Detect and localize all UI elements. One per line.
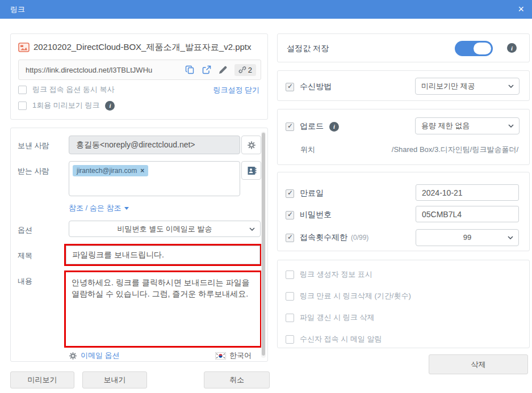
access-limit-select[interactable]: 99 <box>416 229 519 246</box>
creator-info-label: 링크 생성자 정보 표시 <box>300 269 372 280</box>
recipient-label: 받는 사람 <box>18 166 49 176</box>
save-settings-card: 설정값 저장 i <box>277 33 530 62</box>
receive-method-checkbox[interactable] <box>286 83 294 91</box>
korea-flag-icon <box>215 352 226 360</box>
address-book-icon <box>246 166 257 176</box>
edit-pencil-icon[interactable] <box>218 65 228 75</box>
email-options-link[interactable]: 이메일 옵션 <box>69 350 120 361</box>
body-label: 내용 <box>18 276 32 286</box>
info-icon[interactable]: i <box>507 43 517 53</box>
dialog-title: 링크 <box>10 5 25 15</box>
save-settings-label: 설정값 저장 <box>287 44 329 54</box>
info-icon[interactable]: i <box>105 101 115 111</box>
save-settings-toggle[interactable] <box>455 41 493 56</box>
sender-label: 보낸 사람 <box>18 141 49 151</box>
file-name: 20210202_DirectCloud-BOX_제품소개_발표자료_v2.pp… <box>33 42 252 53</box>
onetime-preview-label: 1회용 미리보기 링크 <box>32 100 99 111</box>
copy-options-row: 링크 접속 옵션 동시 복사 <box>18 84 114 95</box>
receive-method-select[interactable]: 미리보기만 제공 <box>415 78 520 95</box>
chain-link-icon <box>238 66 246 74</box>
creator-info-checkbox[interactable] <box>286 271 294 279</box>
access-limit-value: 99 <box>463 233 471 242</box>
upload-limit-select[interactable]: 용량 제한 없음 <box>415 117 520 134</box>
onetime-preview-row: 1회용 미리보기 링크 i <box>18 100 115 111</box>
delete-on-expiry-label: 링크 만료 시 링크삭제 (기간/횟수) <box>300 291 411 301</box>
expiry-date-input[interactable] <box>416 184 519 201</box>
gear-icon <box>69 352 77 360</box>
delete-on-update-checkbox[interactable] <box>286 314 294 322</box>
upload-label: 업로드 <box>300 121 324 132</box>
copy-icon[interactable] <box>185 65 195 75</box>
receive-method-card: 수신방법 미리보기만 제공 <box>277 70 530 101</box>
gear-icon <box>247 141 256 150</box>
chevron-down-icon <box>124 207 129 210</box>
close-link-settings[interactable]: 링크설정 닫기 <box>213 85 259 95</box>
sender-input[interactable] <box>69 136 240 154</box>
upload-card: 업로드 i 용량 제한 없음 위치 /Shared Box/3.디자인팀/링크발… <box>277 109 530 165</box>
cancel-button[interactable]: 취소 <box>204 371 270 388</box>
link-password-input[interactable] <box>416 206 519 222</box>
password-label: 비밀번호 <box>300 210 332 220</box>
share-url[interactable]: https://link.directcloud.net/l3TBLtJWHu <box>19 66 185 74</box>
access-limit-counter: (0/99) <box>351 234 368 242</box>
pptx-file-icon <box>18 43 30 52</box>
notify-on-access-label: 수신자 접속 시 메일 알림 <box>300 334 382 344</box>
subject-label: 제목 <box>18 251 32 261</box>
scrollbar-track[interactable] <box>261 132 266 358</box>
chevron-down-icon <box>508 236 513 239</box>
send-button[interactable]: 보내기 <box>82 371 147 388</box>
chevron-down-icon <box>508 84 514 88</box>
link-count-badge[interactable]: 2 <box>234 64 256 76</box>
onetime-preview-checkbox[interactable] <box>18 102 27 110</box>
receive-method-value: 미리보기만 제공 <box>421 82 475 90</box>
sender-settings-button[interactable] <box>241 136 261 154</box>
mail-form-card: 보낸 사람 받는 사람 jirantech@jiran.com × <box>10 128 268 362</box>
info-icon[interactable]: i <box>329 122 339 132</box>
dialog-titlebar: 링크 × <box>0 0 532 19</box>
option-label: 옵션 <box>18 225 32 235</box>
recipient-email: jirantech@jiran.com <box>77 167 137 175</box>
language-indicator[interactable]: 한국어 <box>215 350 252 361</box>
upload-location-path: /Shared Box/3.디자인팀/링크발송폴더/ <box>392 145 518 155</box>
toggle-knob <box>474 43 491 54</box>
delete-button[interactable]: 삭제 <box>429 354 528 374</box>
cc-bcc-label: 참조 / 숨은 참조 <box>69 203 121 213</box>
copy-options-checkbox[interactable] <box>18 86 27 94</box>
access-limit-label: 접속횟수제한 <box>300 233 347 243</box>
upload-location-label: 위치 <box>300 145 315 155</box>
copy-options-label: 링크 접속 옵션 동시 복사 <box>32 84 114 95</box>
open-external-icon[interactable] <box>202 65 212 75</box>
link-dialog: 링크 × 20210202_DirectCloud-BOX_제품소개_발표자료_… <box>0 0 532 393</box>
language-label: 한국어 <box>229 350 252 361</box>
body-textarea[interactable]: 안녕하세요. 링크를 클릭하시면 보내드리는 파일을 열람하실 수 있습니다. … <box>66 272 260 346</box>
access-limit-checkbox[interactable] <box>286 234 294 242</box>
scrollbar-thumb[interactable] <box>262 133 265 356</box>
file-row: 20210202_DirectCloud-BOX_제품소개_발표자료_v2.pp… <box>18 42 252 53</box>
mail-option-select[interactable]: 비밀번호 별도 이메일로 발송 <box>69 221 261 237</box>
restrictions-card: 만료일 비밀번호 접속횟수제한 (0/99) 99 <box>277 172 530 251</box>
close-icon[interactable]: × <box>518 2 524 16</box>
email-options-label: 이메일 옵션 <box>81 350 120 361</box>
preview-button[interactable]: 미리보기 <box>10 371 74 388</box>
chevron-down-icon <box>249 227 255 231</box>
share-url-box: https://link.directcloud.net/l3TBLtJWHu <box>18 60 261 80</box>
receive-method-label: 수신방법 <box>300 82 332 92</box>
file-link-card: 20210202_DirectCloud-BOX_제품소개_발표자료_v2.pp… <box>10 33 268 120</box>
recipient-tag: jirantech@jiran.com × <box>73 165 148 176</box>
chevron-down-icon <box>508 124 514 128</box>
tag-remove-icon[interactable]: × <box>140 167 144 175</box>
upload-limit-value: 용량 제한 없음 <box>421 121 470 130</box>
cc-bcc-toggle[interactable]: 참조 / 숨은 참조 <box>69 203 129 213</box>
recipient-input[interactable]: jirantech@jiran.com × <box>69 161 240 196</box>
extra-options-card: 링크 생성자 정보 표시 링크 만료 시 링크삭제 (기간/횟수) 파일 갱신 … <box>277 260 530 348</box>
expiry-label: 만료일 <box>300 188 324 198</box>
upload-checkbox[interactable] <box>286 122 294 131</box>
body-highlight-box: 안녕하세요. 링크를 클릭하시면 보내드리는 파일을 열람하실 수 있습니다. … <box>64 271 262 348</box>
password-checkbox[interactable] <box>286 211 294 219</box>
expiry-checkbox[interactable] <box>286 189 294 198</box>
delete-on-expiry-checkbox[interactable] <box>286 292 294 301</box>
subject-input[interactable] <box>66 246 260 264</box>
notify-on-access-checkbox[interactable] <box>286 335 294 344</box>
address-book-button[interactable] <box>241 161 261 180</box>
subject-highlight-box <box>64 244 262 266</box>
